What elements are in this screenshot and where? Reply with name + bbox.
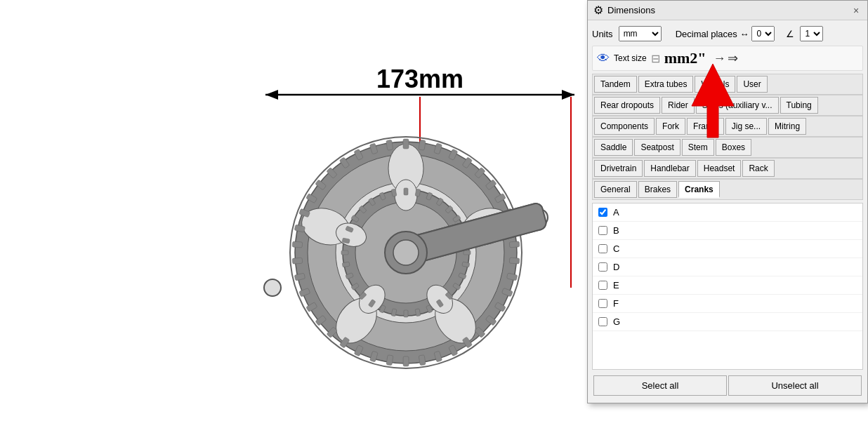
tab-row-3: SaddleSeatpostStemBoxes (592, 137, 863, 158)
dialog-body: Units mm cm inches Decimal places ↔ 0 1 … (588, 20, 867, 403)
tab-extra-tubes[interactable]: Extra tubes (638, 76, 694, 93)
checkbox-b[interactable] (598, 226, 607, 235)
tab-jig-se[interactable]: Jig se... (725, 118, 767, 135)
slider-icon: ⊟ (651, 52, 660, 65)
close-button[interactable]: × (850, 5, 862, 16)
dialog-icon: ⚙ (593, 4, 603, 17)
tab-components[interactable]: Components (594, 118, 655, 135)
svg-rect-38 (403, 356, 409, 366)
checkbox-label-g: G (613, 316, 620, 327)
checkbox-label-b: B (613, 225, 619, 236)
tab-wheels[interactable]: Wheels (695, 76, 735, 93)
units-row: Units mm cm inches Decimal places ↔ 0 1 … (592, 25, 863, 43)
arrow-button-1[interactable]: → (714, 51, 726, 66)
list-item: A (593, 203, 862, 222)
dialog-titlebar: ⚙ Dimensions × (588, 1, 867, 20)
decimal-select[interactable]: 0 1 2 3 (751, 26, 775, 41)
tab-row-1: Rear dropoutsRiderStays (auxiliary v...T… (592, 95, 863, 116)
checkbox-label-c: C (613, 243, 619, 254)
checkbox-label-f: F (613, 298, 619, 309)
tab-handlebar[interactable]: Handlebar (644, 160, 695, 177)
list-item: D (593, 258, 862, 276)
svg-marker-2 (562, 90, 574, 100)
tab-tubing[interactable]: Tubing (780, 97, 818, 114)
angle-label: ∠ (786, 29, 794, 39)
list-item: B (593, 222, 862, 240)
tab-drivetrain[interactable]: Drivetrain (594, 160, 643, 177)
svg-rect-37 (419, 355, 426, 366)
list-item: C (593, 240, 862, 258)
tab-stem[interactable]: Stem (682, 139, 714, 156)
checkbox-f[interactable] (598, 299, 607, 308)
dialog-title: ⚙ Dimensions (593, 4, 655, 17)
svg-text:173mm: 173mm (376, 65, 463, 93)
tab-row-4: DrivetrainHandlebarHeadsetRack (592, 158, 863, 179)
tab-saddle[interactable]: Saddle (594, 139, 633, 156)
tab-general[interactable]: General (594, 181, 637, 198)
decimal-label: Decimal places ↔ (676, 29, 749, 39)
svg-point-101 (264, 279, 281, 296)
tab-cranks[interactable]: Cranks (678, 181, 720, 198)
svg-rect-66 (404, 188, 408, 195)
tab-tandem[interactable]: Tandem (594, 76, 637, 93)
tab-boxes[interactable]: Boxes (716, 139, 751, 156)
list-item: G (593, 313, 862, 331)
checkbox-g[interactable] (598, 317, 607, 326)
svg-rect-28 (509, 258, 520, 264)
tab-user[interactable]: User (737, 76, 767, 93)
checkbox-label-d: D (613, 262, 619, 272)
textsize-row: 👁 Text size ⊟ mm2" → ⇒ (592, 46, 863, 71)
tab-fork[interactable]: Fork (656, 118, 685, 135)
tab-frame[interactable]: Frame (687, 118, 724, 135)
svg-rect-82 (404, 310, 408, 317)
checkbox-list[interactable]: ABCDEFG (592, 203, 863, 370)
dimensions-dialog: ⚙ Dimensions × Units mm cm inches Decima… (587, 0, 868, 403)
checkbox-c[interactable] (598, 244, 607, 253)
checkbox-label-a: A (613, 207, 619, 218)
arrow-icons-group: → ⇒ (714, 51, 738, 66)
arrow-button-2[interactable]: ⇒ (728, 51, 738, 66)
select-all-button[interactable]: Select all (593, 375, 727, 396)
svg-marker-1 (265, 90, 278, 100)
tab-row-5: GeneralBrakesCranks (592, 179, 863, 200)
textsize-display: mm2" (664, 49, 706, 67)
tab-brakes[interactable]: Brakes (638, 181, 677, 198)
svg-rect-18 (419, 140, 426, 150)
checkbox-a[interactable] (598, 208, 607, 217)
svg-point-103 (393, 240, 419, 265)
unselect-all-button[interactable]: Unselect all (728, 375, 862, 396)
bottom-buttons: Select all Unselect all (592, 373, 863, 399)
checkbox-label-e: E (613, 280, 619, 290)
checkbox-e[interactable] (598, 281, 607, 290)
tab-rows-container: TandemExtra tubesWheelsUserRear dropouts… (592, 74, 863, 200)
list-item: E (593, 276, 862, 295)
svg-rect-48 (292, 258, 303, 264)
dialog-title-text: Dimensions (607, 5, 655, 15)
tab-row-2: ComponentsForkFrameJig se...Mitring (592, 116, 863, 137)
textsize-label: Text size (614, 53, 647, 63)
decimal-places-group: Decimal places ↔ 0 1 2 3 (676, 26, 775, 41)
checkbox-d[interactable] (598, 262, 607, 272)
tab-rack[interactable]: Rack (742, 160, 774, 177)
svg-rect-90 (341, 250, 348, 255)
eye-icon: 👁 (597, 51, 610, 66)
list-item: F (593, 295, 862, 313)
tab-row-0: TandemExtra tubesWheelsUser (592, 74, 863, 95)
angle-select[interactable]: 0 1 2 3 (800, 26, 823, 41)
svg-rect-49 (292, 241, 303, 248)
tab-rider[interactable]: Rider (662, 97, 695, 114)
tab-stays-auxiliary-v[interactable]: Stays (auxiliary v... (696, 97, 779, 114)
tab-headset[interactable]: Headset (697, 160, 742, 177)
svg-rect-74 (463, 250, 471, 255)
tab-mitring[interactable]: Mitring (768, 118, 806, 135)
svg-rect-39 (386, 355, 393, 366)
units-select[interactable]: mm cm inches (619, 26, 662, 41)
svg-rect-27 (509, 241, 520, 248)
tab-rear-dropouts[interactable]: Rear dropouts (594, 97, 660, 114)
tab-seatpost[interactable]: Seatpost (634, 139, 680, 156)
svg-rect-17 (403, 139, 409, 149)
units-label: Units (592, 29, 613, 39)
